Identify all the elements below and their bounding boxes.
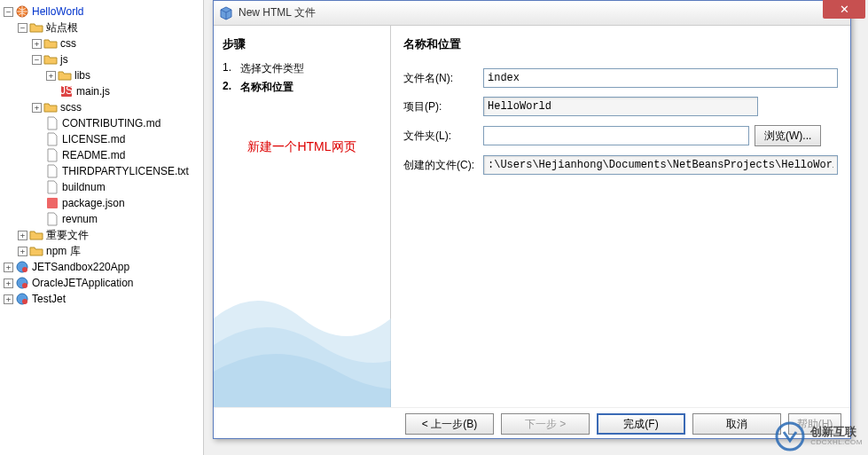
file-icon xyxy=(45,180,59,194)
expand-icon[interactable]: + xyxy=(32,103,42,113)
step-item-current: 2.名称和位置 xyxy=(223,80,381,95)
node-label: main.js xyxy=(76,85,110,98)
filename-input[interactable] xyxy=(483,68,838,88)
created-row: 创建的文件(C): xyxy=(403,155,838,175)
pkg-icon xyxy=(45,196,59,210)
globe-icon xyxy=(15,276,29,290)
node-label: CONTRIBUTING.md xyxy=(62,117,160,129)
collapse-icon[interactable]: − xyxy=(18,23,27,33)
tree-node[interactable]: − js xyxy=(0,51,203,67)
step-item: 1.选择文件类型 xyxy=(223,61,381,76)
steps-heading: 步骤 xyxy=(223,36,381,52)
watermark-url: CDCXHL.COM xyxy=(810,439,863,447)
annotation-text: 新建一个HTML网页 xyxy=(223,139,381,155)
globe-icon xyxy=(15,4,29,19)
file-icon xyxy=(45,148,59,162)
tree-node[interactable]: THIRDPARTYLICENSE.txt xyxy=(0,163,203,179)
watermark-text: 创新互联 xyxy=(810,426,863,438)
globe-icon xyxy=(15,292,29,306)
dialog-footer: < 上一步(B) 下一步 > 完成(F) 取消 帮助(H) xyxy=(214,407,850,440)
tree-node[interactable]: CONTRIBUTING.md xyxy=(0,115,203,131)
expand-icon[interactable]: + xyxy=(4,294,13,304)
tree-node[interactable]: + npm 库 xyxy=(0,243,203,259)
form-panel: 名称和位置 文件名(N): 项目(P): 文件夹(L): 浏览(W)... 创建… xyxy=(391,26,850,407)
folder-input[interactable] xyxy=(483,126,749,145)
steps-panel: 步骤 1.选择文件类型 2.名称和位置 新建一个HTML网页 xyxy=(214,26,391,407)
node-label: THIRDPARTYLICENSE.txt xyxy=(62,165,189,177)
dialog-titlebar[interactable]: New HTML 文件 xyxy=(214,1,850,26)
finish-button[interactable]: 完成(F) xyxy=(597,413,685,435)
expand-icon[interactable]: + xyxy=(4,278,13,288)
tree-node[interactable]: README.md xyxy=(0,147,203,163)
tree-node[interactable]: + libs xyxy=(0,67,203,83)
folder-row: 文件夹(L): 浏览(W)... xyxy=(403,125,838,146)
collapse-icon[interactable]: − xyxy=(4,7,13,17)
folder-label: 文件夹(L): xyxy=(403,129,483,144)
globe-icon xyxy=(15,260,29,274)
expand-icon[interactable]: + xyxy=(32,39,42,49)
tree-node[interactable]: + scss xyxy=(0,99,203,115)
node-label: libs xyxy=(74,69,90,82)
decorative-wave xyxy=(214,265,391,407)
form-heading: 名称和位置 xyxy=(403,36,838,52)
tree-node[interactable]: package.json xyxy=(0,195,203,211)
project-label: 项目(P): xyxy=(403,99,483,114)
filename-label: 文件名(N): xyxy=(403,71,483,86)
folder-icon xyxy=(29,244,43,258)
node-label: revnum xyxy=(62,213,98,225)
tree-node[interactable]: + OracleJETApplication xyxy=(0,275,203,291)
created-input xyxy=(483,155,838,175)
node-label: js xyxy=(60,53,68,66)
tree-node[interactable]: − 站点根 xyxy=(0,20,203,35)
expand-icon[interactable]: + xyxy=(18,247,27,256)
tree-node[interactable]: + TestJet xyxy=(0,291,203,307)
svg-point-5 xyxy=(22,267,27,272)
file-icon xyxy=(45,164,59,178)
expand-icon[interactable]: + xyxy=(4,263,13,272)
watermark-logo-icon xyxy=(775,421,805,451)
node-label: 重要文件 xyxy=(46,228,89,243)
folder-icon xyxy=(29,228,43,242)
node-label: TestJet xyxy=(32,293,66,305)
svg-text:JS: JS xyxy=(60,84,73,97)
close-button[interactable]: ✕ xyxy=(823,0,865,19)
back-button[interactable]: < 上一步(B) xyxy=(405,413,494,435)
project-row: 项目(P): xyxy=(403,97,838,116)
expand-icon[interactable]: + xyxy=(18,231,27,240)
svg-point-7 xyxy=(22,283,27,288)
svg-point-9 xyxy=(22,299,27,304)
tree-node-root[interactable]: − HelloWorld xyxy=(0,4,203,20)
watermark: 创新互联 CDCXHL.COM xyxy=(775,421,863,451)
tree-node[interactable]: buildnum xyxy=(0,179,203,195)
tree-node[interactable]: LICENSE.md xyxy=(0,131,203,147)
dialog-title: New HTML 文件 xyxy=(239,5,845,20)
file-icon xyxy=(45,212,59,226)
node-label: npm 库 xyxy=(46,244,81,259)
file-icon xyxy=(45,116,59,130)
collapse-icon[interactable]: − xyxy=(32,55,42,65)
cancel-button[interactable]: 取消 xyxy=(692,413,781,435)
node-label: buildnum xyxy=(62,181,106,193)
tree-node[interactable]: JS main.js xyxy=(0,83,203,99)
created-label: 创建的文件(C): xyxy=(403,158,483,173)
tree-node[interactable]: + 重要文件 xyxy=(0,227,203,243)
folder-icon xyxy=(29,20,43,35)
node-label: LICENSE.md xyxy=(62,133,125,145)
new-html-dialog: New HTML 文件 ✕ 步骤 1.选择文件类型 2.名称和位置 新建一个HT… xyxy=(213,0,851,439)
node-label: css xyxy=(60,37,76,50)
node-label: JETSandbox220App xyxy=(32,261,129,273)
tree-node[interactable]: + css xyxy=(0,35,203,51)
project-input xyxy=(483,97,758,116)
tree-node[interactable]: revnum xyxy=(0,211,203,227)
tree-node[interactable]: + JETSandbox220App xyxy=(0,259,203,275)
cube-icon xyxy=(219,6,233,20)
folder-icon xyxy=(58,68,72,82)
expand-icon[interactable]: + xyxy=(46,71,56,81)
browse-button[interactable]: 浏览(W)... xyxy=(755,125,821,146)
next-button: 下一步 > xyxy=(501,413,590,435)
node-label: OracleJETApplication xyxy=(32,277,134,289)
svg-rect-3 xyxy=(47,198,58,208)
node-label: package.json xyxy=(62,197,125,209)
folder-icon xyxy=(43,100,58,114)
folder-icon xyxy=(43,52,58,67)
